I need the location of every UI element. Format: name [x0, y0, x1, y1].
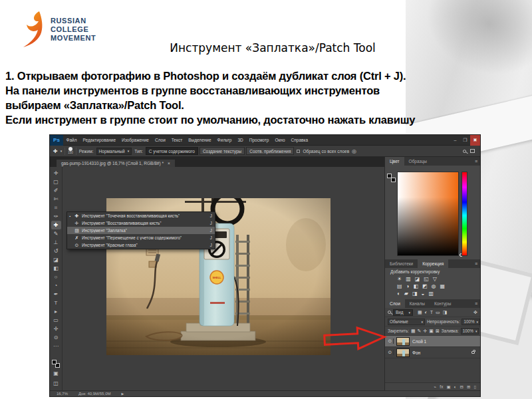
- vibrance-adjustment-icon[interactable]: ▽: [433, 275, 437, 283]
- layer-thumbnail[interactable]: [396, 348, 410, 357]
- flyout-item[interactable]: ⊙ Инструмент "Красные глаза" J: [67, 241, 215, 249]
- threshold-adjustment-icon[interactable]: ◨: [412, 290, 418, 297]
- tool-dropdown-icon[interactable]: ▾: [61, 149, 63, 153]
- workspace-icon[interactable]: [470, 149, 475, 153]
- panel-tab[interactable]: Каналы: [405, 299, 430, 308]
- history-brush-tool[interactable]: ↺: [51, 247, 61, 255]
- foreground-background-swatches[interactable]: [52, 360, 60, 368]
- flyout-item[interactable]: ✗ Инструмент "Перемещение с учетом содер…: [67, 234, 215, 241]
- layer-group-icon[interactable]: ⊟: [460, 384, 464, 390]
- menu-item[interactable]: Фильтр: [214, 135, 235, 146]
- color-lookup-adjustment-icon[interactable]: ▦: [440, 283, 446, 290]
- layer-visibility-eye-icon[interactable]: ⊙: [387, 350, 394, 355]
- filter-shape-layers-icon[interactable]: ▭: [436, 310, 440, 315]
- opacity-select[interactable]: 100% ▾: [462, 319, 480, 325]
- new-layer-icon[interactable]: ⊞: [467, 384, 470, 390]
- filter-type-layers-icon[interactable]: T: [430, 310, 433, 315]
- spot-healing-brush-tool[interactable]: ✚: [51, 221, 61, 229]
- filter-pixel-layers-icon[interactable]: ▦: [418, 310, 422, 315]
- fill-select[interactable]: 100% ▾: [461, 328, 479, 334]
- brush-preset-picker[interactable]: 150: [68, 147, 73, 155]
- document-tab[interactable]: gas-pump-1914310.jpg @ 16,7% (Слой 1, RG…: [57, 160, 175, 167]
- panel-tab[interactable]: Слои: [385, 299, 405, 308]
- menu-item[interactable]: Слои: [152, 135, 168, 146]
- menu-item[interactable]: Изображение: [119, 135, 152, 146]
- lock-image-pixels-icon[interactable]: ✎: [418, 329, 422, 334]
- quick-mask-icon[interactable]: ▣: [51, 369, 61, 378]
- lasso-tool[interactable]: ✐: [51, 186, 61, 195]
- sample-all-layers-checkbox[interactable]: [297, 150, 300, 153]
- posterize-adjustment-icon[interactable]: ▰: [404, 290, 408, 297]
- filter-smart-objects-icon[interactable]: ◨: [443, 310, 448, 315]
- channel-mixer-adjustment-icon[interactable]: ◍: [432, 283, 436, 290]
- active-tool-icon[interactable]: ✚: [53, 148, 58, 154]
- menu-item[interactable]: Справка: [288, 135, 311, 146]
- zoom-level[interactable]: 16,7%: [57, 392, 68, 396]
- color-swatches[interactable]: [387, 174, 396, 182]
- delete-layer-icon[interactable]: ▯: [473, 384, 476, 390]
- menu-item[interactable]: Окно: [272, 135, 288, 146]
- gradient-tool[interactable]: ◧: [51, 264, 61, 273]
- menu-item[interactable]: Редактирование: [80, 135, 119, 146]
- selective-color-adjustment-icon[interactable]: ◒: [422, 290, 425, 297]
- foreground-color-swatch[interactable]: [52, 360, 57, 364]
- menu-item[interactable]: Просмотр: [246, 135, 272, 146]
- background-color-swatch[interactable]: [391, 178, 396, 182]
- foreground-color-swatch[interactable]: [387, 174, 392, 178]
- flyout-item[interactable]: ▪ ✚ Инструмент "Точечная восстанавливающ…: [67, 212, 215, 219]
- levels-adjustment-icon[interactable]: ▥: [406, 275, 411, 283]
- type-option-button[interactable]: Создание текстуры: [200, 147, 245, 155]
- photo-filter-adjustment-icon[interactable]: ◩: [422, 283, 428, 290]
- panel-tab[interactable]: Контуры: [430, 299, 456, 308]
- panel-menu-icon[interactable]: ≡: [475, 259, 480, 268]
- crop-tool[interactable]: ⌗: [51, 203, 61, 212]
- blend-mode-select[interactable]: Обычные ▾: [388, 319, 425, 325]
- shape-tool[interactable]: ▭: [51, 316, 61, 325]
- color-balance-adjustment-icon[interactable]: ◑: [406, 283, 410, 290]
- gradient-map-adjustment-icon[interactable]: ▥: [428, 290, 434, 297]
- document-tab-close-icon[interactable]: ×: [168, 161, 170, 166]
- type-option-button[interactable]: С учетом содержимого: [146, 147, 198, 155]
- exposure-adjustment-icon[interactable]: ◱: [424, 275, 429, 283]
- more-tools[interactable]: ⋯: [51, 342, 61, 350]
- brightness-contrast-adjustment-icon[interactable]: ☀: [397, 275, 402, 283]
- panel-tab[interactable]: Цвет: [385, 157, 404, 166]
- filter-toggle-icon[interactable]: ✜: [473, 310, 477, 315]
- panel-menu-icon[interactable]: ≡: [475, 157, 480, 166]
- layer-thumbnail[interactable]: [396, 337, 410, 346]
- screen-mode-icon[interactable]: ◫: [51, 379, 61, 388]
- flyout-item[interactable]: ▨ Инструмент "Заплатка" J: [67, 227, 215, 234]
- hue-saturation-adjustment-icon[interactable]: ▤: [397, 283, 402, 290]
- pen-tool[interactable]: ✒: [51, 290, 61, 299]
- eraser-tool[interactable]: ◪: [51, 255, 61, 264]
- search-icon[interactable]: [463, 150, 466, 153]
- layer-row[interactable]: ⊙ Фон: [385, 347, 480, 358]
- panel-tab[interactable]: Библиотеки: [385, 259, 418, 268]
- saturation-brightness-field[interactable]: [397, 172, 459, 256]
- lock-position-icon[interactable]: ✛: [423, 329, 427, 334]
- move-tool[interactable]: ✛: [51, 169, 61, 178]
- layer-visibility-eye-icon[interactable]: ⊙: [387, 338, 394, 344]
- lock-artboard-icon[interactable]: ▣: [429, 329, 434, 334]
- curves-adjustment-icon[interactable]: ◪: [415, 275, 420, 283]
- path-selection-tool[interactable]: ▸: [51, 307, 61, 316]
- panel-tab[interactable]: Образцы: [404, 157, 432, 166]
- layer-mask-icon[interactable]: ▣: [446, 384, 450, 390]
- hand-tool[interactable]: ✢: [51, 325, 61, 333]
- menu-item[interactable]: Текст: [168, 135, 185, 146]
- marquee-tool[interactable]: ▢: [51, 178, 61, 186]
- eyedropper-tool[interactable]: ✑: [51, 212, 61, 221]
- panel-menu-icon[interactable]: ≡: [475, 299, 480, 308]
- layer-style-icon[interactable]: fx: [440, 384, 443, 389]
- black-white-adjustment-icon[interactable]: ◧: [413, 283, 418, 290]
- type-tool[interactable]: T: [51, 299, 61, 307]
- blur-tool[interactable]: ○: [51, 273, 61, 281]
- quick-selection-tool[interactable]: ✄: [51, 195, 61, 203]
- layer-row[interactable]: ⊙ Слой 1: [385, 336, 480, 347]
- lock-all-icon[interactable]: ⊠: [436, 329, 440, 334]
- new-adjustment-layer-icon[interactable]: ◐: [454, 384, 457, 389]
- link-layers-icon[interactable]: ⌁: [434, 384, 436, 390]
- flyout-item[interactable]: ✛ Инструмент "Восстанавливающая кисть" J: [67, 219, 215, 227]
- mode-select[interactable]: Нормальный ▾: [96, 148, 132, 155]
- clone-stamp-tool[interactable]: ⊥: [51, 238, 61, 247]
